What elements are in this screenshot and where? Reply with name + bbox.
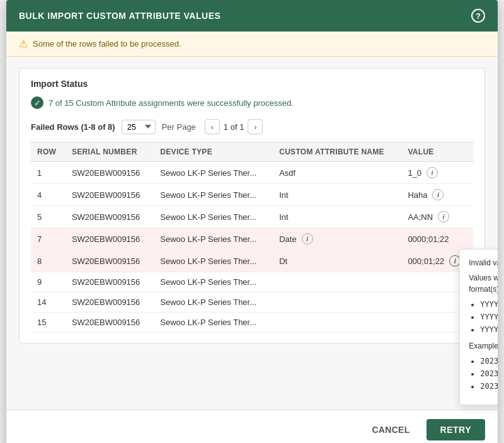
list-item: 2023-10-17T22:33:10.054Z	[480, 355, 498, 367]
cell-row: 1	[31, 162, 66, 184]
cell-device: Sewoo LK-P Series Ther...	[154, 250, 273, 272]
cell-value: 0000;01;22	[401, 228, 473, 250]
cell-attribute: Int	[273, 184, 401, 206]
cell-serial: SW20EBW009156	[66, 313, 154, 333]
modal-container: BULK IMPORT CUSTOM ATTRIBUTE VALUES ? ⚠ …	[6, 0, 498, 443]
info-icon[interactable]: i	[427, 167, 438, 178]
import-status-title: Import Status	[31, 79, 473, 89]
info-icon[interactable]: i	[432, 189, 444, 200]
cell-serial: SW20EBW009156	[66, 292, 154, 313]
tooltip-popup: i Invalid value for property of type 'Da…	[447, 255, 461, 267]
pagination: ‹ 1 of 1 ›	[205, 119, 263, 134]
table-row: 1 SW20EBW009156 Sewoo LK-P Series Ther..…	[31, 162, 473, 184]
table-row: 5 SW20EBW009156 Sewoo LK-P Series Ther..…	[31, 206, 473, 228]
cell-attribute: Int	[273, 206, 401, 228]
success-check-icon: ✓	[31, 96, 43, 109]
cell-serial: SW20EBW009156	[66, 250, 154, 272]
cell-row: 15	[31, 313, 66, 333]
cell-attribute	[273, 292, 401, 313]
cell-row: 14	[31, 292, 66, 313]
col-header-device: DEVICE TYPE	[154, 142, 273, 162]
tooltip-content: Invalid value for property of type 'Date…	[459, 249, 498, 405]
cell-device: Sewoo LK-P Series Ther...	[154, 184, 273, 206]
cell-row: 9	[31, 272, 66, 292]
cell-device: Sewoo LK-P Series Ther...	[154, 228, 273, 250]
modal-header: BULK IMPORT CUSTOM ATTRIBUTE VALUES ?	[6, 0, 498, 32]
table-row: 9 SW20EBW009156 Sewoo LK-P Series Ther..…	[31, 272, 473, 292]
cell-row: 5	[31, 206, 66, 228]
col-header-serial: SERIAL NUMBER	[66, 142, 154, 162]
modal-footer: CANCEL RETRY	[6, 410, 498, 443]
alert-banner: ⚠ Some of the rows failed to be processe…	[6, 32, 498, 57]
cell-attribute	[273, 272, 401, 292]
warning-icon: ⚠	[19, 38, 28, 50]
table-row: 7 SW20EBW009156 Sewoo LK-P Series Ther..…	[31, 228, 473, 250]
tooltip-examples-list: 2023-10-17T22:33:10.054Z 2023-10-17T22:3…	[469, 355, 498, 392]
list-item: 2023-10-17	[480, 381, 498, 392]
cell-row: 7	[31, 228, 66, 250]
cell-device: Sewoo LK-P Series Ther...	[154, 272, 273, 292]
cell-serial: SW20EBW009156	[66, 206, 154, 228]
page-info: 1 of 1	[224, 122, 244, 132]
cell-serial: SW20EBW009156	[66, 162, 154, 184]
help-icon[interactable]: ?	[471, 9, 485, 23]
modal-title: BULK IMPORT CUSTOM ATTRIBUTE VALUES	[19, 11, 220, 21]
next-page-button[interactable]: ›	[248, 119, 263, 134]
cancel-button[interactable]: CANCEL	[362, 420, 420, 440]
col-header-value: VALUE	[401, 142, 473, 162]
tooltip-formats-list: YYYY-MM-DD-THH:MM:SS.sssZ YYYY-MM-DDTHH:…	[469, 299, 498, 335]
cell-attribute: Dt	[273, 250, 401, 272]
cell-serial: SW20EBW009156	[66, 184, 154, 206]
modal-body: Import Status ✓ 7 of 15 Custom Attribute…	[6, 57, 498, 410]
import-status-box: Import Status ✓ 7 of 15 Custom Attribute…	[19, 68, 485, 343]
cell-serial: SW20EBW009156	[66, 228, 154, 250]
alert-message: Some of the rows failed to be processed.	[33, 39, 181, 49]
list-item: 2023-10-17T22:33:10	[480, 368, 498, 379]
cell-attribute: Asdf	[273, 162, 401, 184]
col-header-row: ROW	[31, 142, 66, 162]
cell-value: Haha i	[401, 184, 473, 206]
tooltip-subtitle: Values with this type must have one of t…	[469, 272, 498, 295]
table-row: 8 SW20EBW009156 Sewoo LK-P Series Ther..…	[31, 250, 473, 272]
cell-value: 000;01;22 i Invalid value for property o…	[401, 250, 473, 272]
success-message: 7 of 15 Custom Attribute assignments wer…	[49, 98, 294, 108]
cell-serial: SW20EBW009156	[66, 272, 154, 292]
cell-attribute: Date i	[273, 228, 401, 250]
cell-device: Sewoo LK-P Series Ther...	[154, 162, 273, 184]
info-icon[interactable]: i	[438, 211, 449, 222]
list-item: YYYY-MM-DD	[480, 324, 498, 335]
cell-value: 1_0 i	[401, 162, 473, 184]
per-page-label: Per Page	[162, 122, 196, 132]
list-item: YYYY-MM-DD-THH:MM:SS.sssZ	[480, 299, 498, 310]
list-item: YYYY-MM-DDTHH:MM:SS	[480, 311, 498, 323]
per-page-select[interactable]: 25 50 100	[122, 120, 156, 134]
cell-device: Sewoo LK-P Series Ther...	[154, 206, 273, 228]
success-row: ✓ 7 of 15 Custom Attribute assignments w…	[31, 96, 473, 109]
cell-attribute	[273, 313, 401, 333]
cell-row: 4	[31, 184, 66, 206]
cell-device: Sewoo LK-P Series Ther...	[154, 292, 273, 313]
cell-device: Sewoo LK-P Series Ther...	[154, 313, 273, 333]
col-header-attribute: CUSTOM ATTRIBUTE NAME	[273, 142, 401, 162]
table-row: 15 SW20EBW009156 Sewoo LK-P Series Ther.…	[31, 313, 473, 333]
prev-page-button[interactable]: ‹	[205, 119, 220, 134]
retry-button[interactable]: RETRY	[427, 419, 485, 440]
table-controls: Failed Rows (1-8 of 8) 25 50 100 Per Pag…	[31, 119, 473, 134]
tooltip-title: Invalid value for property of type 'Date…	[469, 257, 498, 268]
table-row: 4 SW20EBW009156 Sewoo LK-P Series Ther..…	[31, 184, 473, 206]
cell-value: AA;NN i	[401, 206, 473, 228]
table-row: 14 SW20EBW009156 Sewoo LK-P Series Ther.…	[31, 292, 473, 313]
attr-info-icon[interactable]: i	[302, 233, 313, 245]
tooltip-examples-label: Examples of valid values:	[469, 340, 498, 352]
failed-rows-table: ROW SERIAL NUMBER DEVICE TYPE CUSTOM ATT…	[31, 142, 473, 333]
cell-row: 8	[31, 250, 66, 272]
failed-rows-label: Failed Rows (1-8 of 8)	[31, 122, 115, 132]
